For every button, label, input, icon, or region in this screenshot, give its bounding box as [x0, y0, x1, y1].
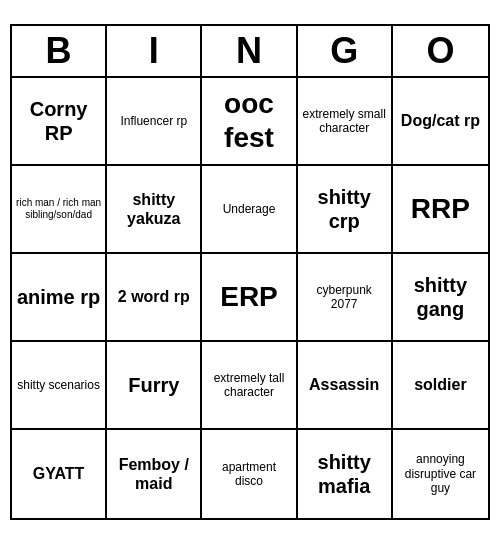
bingo-cell-15: shitty scenarios: [12, 342, 107, 430]
bingo-header: BINGO: [12, 26, 488, 78]
header-letter-b: B: [12, 26, 107, 76]
bingo-cell-18: Assassin: [298, 342, 393, 430]
bingo-cell-10: anime rp: [12, 254, 107, 342]
bingo-cell-12: ERP: [202, 254, 297, 342]
bingo-cell-23: shitty mafia: [298, 430, 393, 518]
header-letter-i: I: [107, 26, 202, 76]
bingo-cell-3: extremely small character: [298, 78, 393, 166]
bingo-cell-9: RRP: [393, 166, 488, 254]
bingo-cell-20: GYATT: [12, 430, 107, 518]
bingo-cell-6: shitty yakuza: [107, 166, 202, 254]
header-letter-g: G: [298, 26, 393, 76]
bingo-cell-7: Underage: [202, 166, 297, 254]
bingo-grid: Corny RPInfluencer rpooc festextremely s…: [12, 78, 488, 518]
bingo-cell-13: cyberpunk 2077: [298, 254, 393, 342]
bingo-cell-11: 2 word rp: [107, 254, 202, 342]
bingo-cell-8: shitty crp: [298, 166, 393, 254]
header-letter-o: O: [393, 26, 488, 76]
bingo-cell-16: Furry: [107, 342, 202, 430]
bingo-cell-22: apartment disco: [202, 430, 297, 518]
bingo-cell-4: Dog/cat rp: [393, 78, 488, 166]
bingo-cell-1: Influencer rp: [107, 78, 202, 166]
bingo-cell-21: Femboy / maid: [107, 430, 202, 518]
header-letter-n: N: [202, 26, 297, 76]
bingo-cell-0: Corny RP: [12, 78, 107, 166]
bingo-cell-24: annoying disruptive car guy: [393, 430, 488, 518]
bingo-cell-17: extremely tall character: [202, 342, 297, 430]
bingo-cell-14: shitty gang: [393, 254, 488, 342]
bingo-cell-19: soldier: [393, 342, 488, 430]
bingo-card: BINGO Corny RPInfluencer rpooc festextre…: [10, 24, 490, 520]
bingo-cell-5: rich man / rich man sibling/son/dad: [12, 166, 107, 254]
bingo-cell-2: ooc fest: [202, 78, 297, 166]
